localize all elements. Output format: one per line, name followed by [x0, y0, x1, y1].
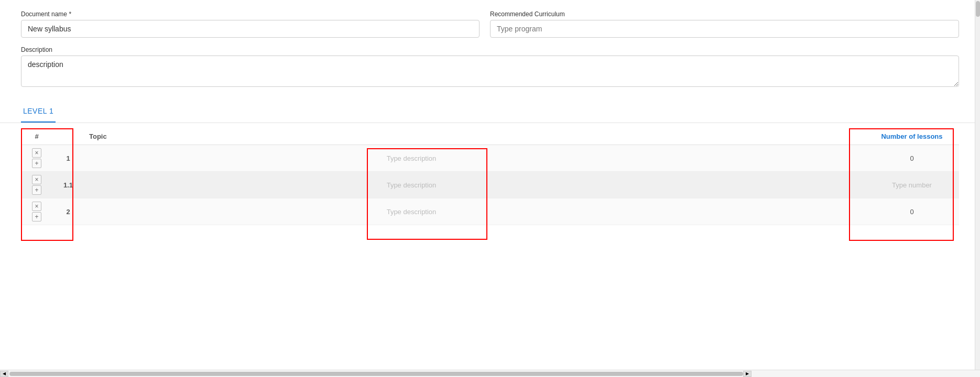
description-textarea[interactable]: description — [21, 56, 959, 87]
scrollbar-thumb-horizontal[interactable] — [9, 372, 743, 376]
lessons-cell-2: 0 — [865, 198, 959, 225]
table-row: × + 1.1 — [21, 172, 959, 198]
vertical-scrollbar[interactable] — [975, 0, 980, 377]
col-header-lessons: Number of lessons — [865, 128, 959, 145]
table-wrapper: # Topic Number of lessons — [21, 128, 959, 225]
spacer-cell-2 — [477, 198, 865, 225]
row-controls-2: × + — [21, 198, 52, 225]
syllabus-table: # Topic Number of lessons — [21, 128, 959, 225]
add-row-1-1-button[interactable]: + — [32, 185, 41, 195]
topic-cell-1 — [84, 145, 346, 172]
scroll-right-button[interactable]: ▶ — [743, 371, 752, 377]
table-row: × + 1 — [21, 145, 959, 172]
description-label: Description — [21, 46, 959, 53]
delete-row-2-button[interactable]: × — [32, 202, 41, 211]
description-cell-1-1: Type description — [346, 172, 477, 198]
add-row-2-button[interactable]: + — [32, 212, 41, 221]
row-number-2: 2 — [52, 198, 84, 225]
document-name-label: Document name * — [21, 10, 480, 18]
topic-input-1[interactable] — [89, 152, 341, 164]
col-header-topic: Topic — [84, 128, 346, 145]
table-section: # Topic Number of lessons — [0, 123, 980, 241]
curriculum-label: Recommended Curriculum — [490, 10, 959, 18]
topic-input-1-1[interactable] — [89, 179, 341, 191]
row-controls-1-1: × + — [21, 172, 52, 198]
spacer-cell-1-1 — [477, 172, 865, 198]
horizontal-scrollbar[interactable]: ◀ ▶ — [0, 370, 980, 377]
col-header-description — [346, 128, 477, 145]
close-icon: × — [35, 203, 38, 209]
topic-input-2[interactable] — [89, 206, 341, 218]
add-row-1-button[interactable]: + — [32, 159, 41, 168]
close-icon: × — [35, 176, 38, 183]
description-cell-1: Type description — [346, 145, 477, 172]
scrollbar-thumb[interactable] — [976, 1, 980, 17]
plus-icon: + — [35, 214, 38, 220]
col-header-number — [52, 128, 84, 145]
lessons-cell-1-1: Type number — [865, 172, 959, 198]
table-row: × + 2 — [21, 198, 959, 225]
plus-icon: + — [35, 187, 38, 193]
delete-row-1-1-button[interactable]: × — [32, 175, 41, 184]
col-header-hash: # — [21, 128, 52, 145]
close-icon: × — [35, 150, 38, 156]
description-cell-2: Type description — [346, 198, 477, 225]
tab-level1[interactable]: LEVEL 1 — [21, 101, 56, 123]
spacer-cell-1 — [477, 145, 865, 172]
tabs-section: LEVEL 1 — [0, 101, 980, 123]
lessons-cell-1: 0 — [865, 145, 959, 172]
row-number-1-1: 1.1 — [52, 172, 84, 198]
col-header-spacer — [477, 128, 865, 145]
delete-row-1-button[interactable]: × — [32, 148, 41, 158]
row-number-1: 1 — [52, 145, 84, 172]
topic-cell-1-1 — [84, 172, 346, 198]
plus-icon: + — [35, 160, 38, 167]
row-controls-1: × + — [21, 145, 52, 172]
curriculum-input[interactable] — [490, 20, 959, 38]
scroll-left-button[interactable]: ◀ — [0, 371, 8, 377]
document-name-input[interactable] — [21, 20, 480, 38]
topic-cell-2 — [84, 198, 346, 225]
form-section: Document name * Recommended Curriculum D… — [0, 0, 980, 101]
